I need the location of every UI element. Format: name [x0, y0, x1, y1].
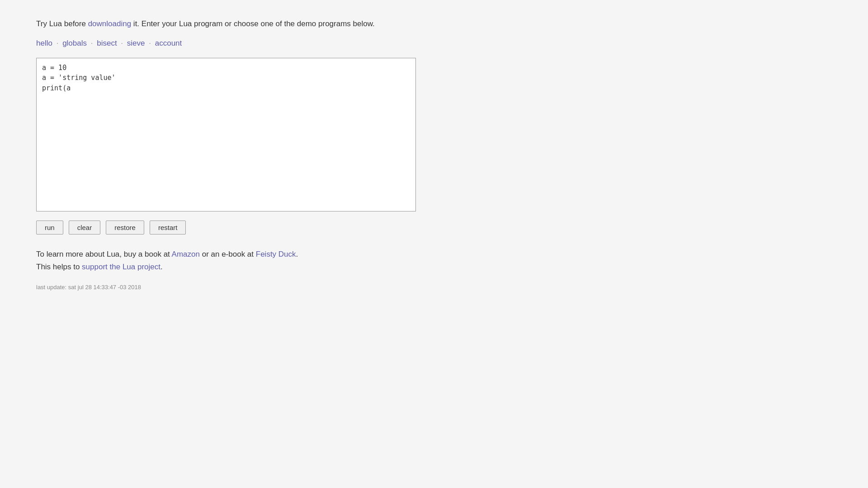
demo-link-account[interactable]: account: [155, 39, 182, 47]
amazon-link[interactable]: Amazon: [172, 250, 200, 258]
restart-button[interactable]: restart: [150, 221, 186, 235]
support-link[interactable]: support the Lua project: [82, 263, 160, 271]
intro-paragraph: Try Lua before downloading it. Enter you…: [36, 18, 832, 30]
separator-2: ·: [91, 39, 93, 47]
restore-button[interactable]: restore: [106, 221, 144, 235]
demo-link-bisect[interactable]: bisect: [97, 39, 117, 47]
feisty-duck-link[interactable]: Feisty Duck: [256, 250, 296, 258]
demo-link-hello[interactable]: hello: [36, 39, 52, 47]
download-link[interactable]: downloading: [88, 19, 131, 28]
last-update-footer: last update: sat jul 28 14:33:47 -03 201…: [36, 284, 832, 291]
separator-3: ·: [121, 39, 123, 47]
run-button[interactable]: run: [36, 221, 63, 235]
last-update-value: sat jul 28 14:33:47 -03 2018: [68, 284, 141, 291]
demo-link-globals[interactable]: globals: [62, 39, 87, 47]
last-update-label: last update:: [36, 284, 66, 291]
separator-1: ·: [57, 39, 59, 47]
learn-more-text5: .: [160, 263, 163, 271]
learn-more-text3: .: [296, 250, 298, 258]
code-editor[interactable]: a = 10 a = 'string value' print(a: [36, 58, 416, 211]
learn-more-text1: To learn more about Lua, buy a book at: [36, 250, 172, 258]
intro-text-after: it. Enter your Lua program or choose one…: [131, 19, 375, 28]
learn-more-text2: or an e-book at: [200, 250, 256, 258]
intro-text-before: Try Lua before: [36, 19, 88, 28]
clear-button[interactable]: clear: [69, 221, 101, 235]
learn-more-text4: This helps to: [36, 263, 82, 271]
demo-link-sieve[interactable]: sieve: [127, 39, 145, 47]
learn-more-section: To learn more about Lua, buy a book at A…: [36, 248, 832, 274]
demo-links-bar: hello · globals · bisect · sieve · accou…: [36, 39, 832, 48]
button-row: run clear restore restart: [36, 221, 832, 235]
separator-4: ·: [149, 39, 151, 47]
